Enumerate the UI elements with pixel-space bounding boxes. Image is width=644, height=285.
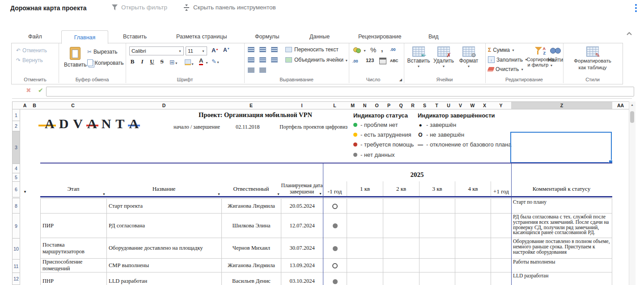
merge-cells-button[interactable]: Объединить ячейки ▼ (294, 57, 348, 63)
vertical-scrollbar[interactable]: ▲ (629, 101, 636, 285)
column-header[interactable]: I (281, 101, 323, 109)
comma-format-icon[interactable]: , (381, 45, 383, 53)
col-q4[interactable]: 4 кв (455, 181, 491, 196)
align-left-icon[interactable] (248, 57, 254, 63)
redo-button[interactable]: ↷ Вернуть (16, 57, 43, 63)
timeline-cell[interactable] (347, 272, 383, 285)
stage-cell[interactable]: Поставка маршрутизаторов (41, 238, 107, 259)
delete-cells-button[interactable]: ✗ Удалить▼ (432, 46, 456, 68)
timeline-cell[interactable] (455, 259, 491, 272)
merge-cells-icon[interactable] (285, 57, 292, 63)
column-header[interactable]: Y (491, 101, 512, 109)
align-top-icon[interactable] (248, 47, 254, 52)
comment-cell[interactable]: Работы выполнены (512, 259, 612, 272)
open-filter-button[interactable]: Открыть фильтр (112, 4, 167, 11)
bold-button[interactable]: B (128, 58, 136, 66)
timeline-cell[interactable] (491, 272, 512, 285)
timeline-cell[interactable] (419, 199, 455, 214)
timeline-cell[interactable] (347, 259, 383, 272)
column-header[interactable]: D (106, 101, 222, 109)
name-cell[interactable]: РД согласована (107, 214, 222, 238)
tab-page-layout[interactable]: Разметка страницы (176, 34, 227, 40)
timeline-cell[interactable] (383, 238, 419, 259)
number-dialog-launcher[interactable]: ◢ (399, 78, 402, 82)
status-indicator-cell[interactable] (323, 259, 347, 272)
col-stage[interactable]: Этап▼ (40, 181, 106, 196)
tab-review[interactable]: Рецензирование (358, 34, 402, 40)
column-header[interactable]: B (30, 101, 40, 109)
align-bottom-icon[interactable] (271, 47, 278, 52)
col-comment[interactable]: Комментарий к статусу (511, 181, 612, 196)
column-header[interactable]: R (407, 101, 419, 109)
column-header[interactable]: W (466, 101, 479, 109)
filter-arrow[interactable]: ▼ (217, 193, 220, 196)
row-header[interactable]: 6 (12, 181, 20, 197)
timeline-cell[interactable] (347, 238, 383, 259)
col-due-date[interactable]: Планируемая дата завершени▼ (281, 181, 323, 196)
comment-cell[interactable]: LLD разработан (512, 272, 612, 285)
timeline-cell[interactable] (419, 259, 455, 272)
pen-icon[interactable]: ✎▼ (212, 58, 220, 65)
row-header[interactable]: 11 (12, 259, 20, 273)
percent-format-icon[interactable]: % (370, 46, 376, 54)
col-q2[interactable]: 2 кв (383, 181, 419, 196)
row-header-selected[interactable]: 3 (12, 131, 20, 164)
column-header[interactable]: C (39, 101, 107, 109)
text-format-icon[interactable]: ABC (390, 59, 398, 63)
tab-file[interactable]: Файл (28, 34, 42, 40)
font-color-icon[interactable]: A (199, 58, 203, 65)
row-header[interactable]: 9 (12, 213, 20, 239)
decrease-decimal-icon[interactable]: .00 (352, 59, 358, 63)
timeline-cell[interactable] (455, 238, 491, 259)
fill-button[interactable]: ↓ Заполнить▼ (488, 56, 528, 63)
status-indicator-cell[interactable] (323, 272, 347, 285)
timeline-cell[interactable] (347, 214, 383, 238)
column-header[interactable]: AA (612, 101, 629, 109)
col-name[interactable]: Название▼ (106, 181, 221, 196)
timeline-cell[interactable] (455, 214, 491, 238)
timeline-cell[interactable] (419, 238, 455, 259)
wrap-text-icon[interactable] (285, 47, 292, 52)
date-format-icon[interactable] (379, 58, 386, 64)
due-cell[interactable]: 13.09.2024 (281, 259, 323, 272)
column-header[interactable]: V (454, 101, 467, 109)
timeline-cell[interactable] (491, 238, 512, 259)
timeline-cell[interactable] (383, 214, 419, 238)
column-header-selected[interactable]: Z (511, 101, 613, 109)
row-header[interactable]: 10 (12, 238, 20, 260)
fill-color-icon[interactable]: ▼ (185, 59, 194, 67)
name-cell[interactable]: СМР выполнены (107, 259, 222, 272)
status-indicator-cell[interactable] (323, 214, 347, 238)
owner-cell[interactable]: Шилкова Элина (222, 214, 281, 238)
tab-view[interactable]: Вид (428, 34, 439, 40)
paste-button[interactable]: Вставить (64, 47, 87, 68)
due-cell[interactable]: 12.07.2024 (281, 214, 323, 238)
undo-button[interactable]: ↶ Отменить (16, 47, 47, 54)
row-header[interactable]: 5 (12, 173, 20, 182)
stage-cell[interactable]: Приспособление помещений (41, 259, 107, 272)
format-as-table-button[interactable]: ✎ Форматировать как таблицу (571, 46, 614, 70)
collapse-ribbon-chevron[interactable] (626, 29, 633, 36)
align-middle-icon[interactable] (259, 47, 266, 52)
confirm-icon[interactable]: ✔ (38, 87, 43, 94)
column-header[interactable]: M (347, 101, 359, 109)
timeline-cell[interactable] (419, 272, 455, 285)
filter-arrow[interactable]: ▼ (319, 193, 322, 196)
col-q1[interactable]: 1 кв (347, 181, 383, 196)
underline-button[interactable]: U (148, 58, 156, 66)
name-cell[interactable]: Оборудование доставлено на площадку (107, 238, 222, 259)
formula-input[interactable] (46, 87, 634, 96)
due-cell[interactable]: 30.07.2024 (281, 238, 323, 259)
clear-button[interactable]: Очистить▼ (488, 66, 524, 72)
currency-format-icon[interactable] (353, 47, 361, 53)
status-indicator-cell[interactable] (323, 199, 347, 214)
timeline-cell[interactable] (347, 199, 383, 214)
due-cell[interactable]: 20.05.2024 (281, 199, 323, 214)
increase-decimal-icon[interactable]: .00 (390, 47, 396, 52)
timeline-cell[interactable] (383, 259, 419, 272)
filter-arrow[interactable]: ▼ (102, 193, 106, 196)
wrap-text-button[interactable]: Переносить текст (294, 46, 339, 53)
font-size-select[interactable]: 11 ▼ (186, 46, 207, 55)
column-header[interactable]: E (221, 101, 281, 109)
tab-insert[interactable]: Вставить (123, 34, 147, 40)
